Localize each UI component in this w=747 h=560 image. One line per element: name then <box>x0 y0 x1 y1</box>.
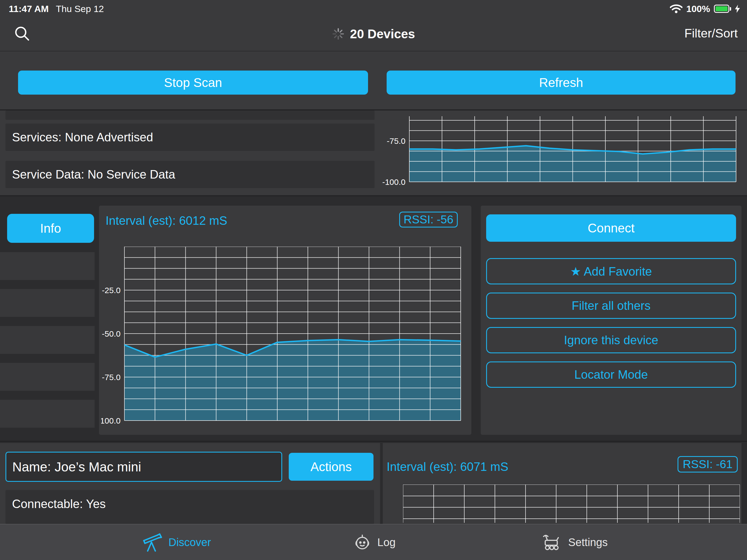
services-row: Services: None Advertised <box>5 124 375 151</box>
device-list-item[interactable] <box>0 363 95 391</box>
tab-log[interactable]: Log <box>353 525 396 560</box>
rssi-chart-main: -25.0-50.0-75.0-100.0 <box>101 247 465 426</box>
ignore-device-button[interactable]: Ignore this device <box>486 327 736 353</box>
svg-text:-100.0: -100.0 <box>382 177 406 186</box>
interval-label: Interval (est): 6012 mS <box>106 214 227 228</box>
tab-settings[interactable]: Settings <box>541 525 608 560</box>
tab-bar: Discover Log Settings <box>0 524 747 560</box>
section-divider <box>0 195 747 196</box>
tab-label: Log <box>377 536 396 549</box>
status-time: 11:47 AM <box>9 4 49 14</box>
filter-all-others-button[interactable]: Filter all others <box>486 292 736 319</box>
filter-sort-button[interactable]: Filter/Sort <box>685 26 738 41</box>
selected-device-chart-card: Interval (est): 6012 mS RSSI: -56 -25.0-… <box>99 206 471 435</box>
status-date: Thu Sep 12 <box>56 4 104 14</box>
stop-scan-button[interactable]: Stop Scan <box>18 71 368 95</box>
tab-label: Settings <box>568 536 608 549</box>
device-name-field[interactable]: Name: Joe’s Mac mini <box>5 452 282 482</box>
rssi-badge: RSSI: -56 <box>399 212 458 228</box>
device-row-partial <box>5 110 375 120</box>
service-data-row: Service Data: No Service Data <box>5 161 375 188</box>
device-actions-card: Connect ★ Add Favorite Filter all others… <box>481 206 742 435</box>
header: 11:47 AMThu Sep 12 100% <box>0 0 747 109</box>
wifi-icon <box>670 4 682 14</box>
rover-icon <box>541 533 562 551</box>
tab-discover[interactable]: Discover <box>141 525 211 560</box>
nav-divider <box>0 51 747 51</box>
battery-icon <box>714 5 731 13</box>
svg-text:-75.0: -75.0 <box>102 373 121 382</box>
status-indicators: 100% <box>670 3 740 15</box>
interval-label: Interval (est): 6071 mS <box>387 460 508 474</box>
rssi-chart-bottom <box>403 485 740 523</box>
loading-spinner-icon <box>332 28 344 40</box>
device-list-item[interactable] <box>0 289 95 317</box>
bottom-device-chart-card: Interval (est): 6071 mS RSSI: -61 <box>383 443 742 524</box>
bottom-device-card: Name: Joe’s Mac mini Actions Connectable… <box>0 443 380 524</box>
svg-text:-50.0: -50.0 <box>102 329 121 338</box>
refresh-button[interactable]: Refresh <box>387 71 736 95</box>
top-device-card: Services: None Advertised Service Data: … <box>0 110 747 195</box>
svg-text:-75.0: -75.0 <box>387 136 406 146</box>
nav-bar: 20 Devices Filter/Sort <box>0 17 747 51</box>
connectable-row: Connectable: Yes <box>5 490 374 524</box>
info-button[interactable]: Info <box>7 214 94 243</box>
svg-text:-25.0: -25.0 <box>102 286 121 295</box>
battery-percent: 100% <box>686 4 710 14</box>
add-favorite-button[interactable]: ★ Add Favorite <box>486 258 736 284</box>
device-count-title: 20 Devices <box>350 27 415 41</box>
rssi-chart-top: -75.0-100.0 <box>381 116 739 187</box>
device-list-item[interactable] <box>0 400 95 428</box>
robot-face-icon <box>353 533 371 551</box>
section-divider <box>0 441 747 442</box>
rssi-badge: RSSI: -61 <box>677 456 738 473</box>
connect-button[interactable]: Connect <box>486 214 736 242</box>
telescope-icon <box>141 532 162 552</box>
nav-title-group: 20 Devices <box>0 17 747 51</box>
svg-text:-100.0: -100.0 <box>101 416 121 425</box>
status-datetime: 11:47 AMThu Sep 12 <box>9 4 104 14</box>
device-list-item[interactable] <box>0 326 95 354</box>
charging-bolt-icon <box>735 5 740 13</box>
device-list-item[interactable] <box>0 252 95 280</box>
actions-button[interactable]: Actions <box>289 453 374 481</box>
tab-label: Discover <box>169 536 211 549</box>
locator-mode-button[interactable]: Locator Mode <box>486 361 736 388</box>
